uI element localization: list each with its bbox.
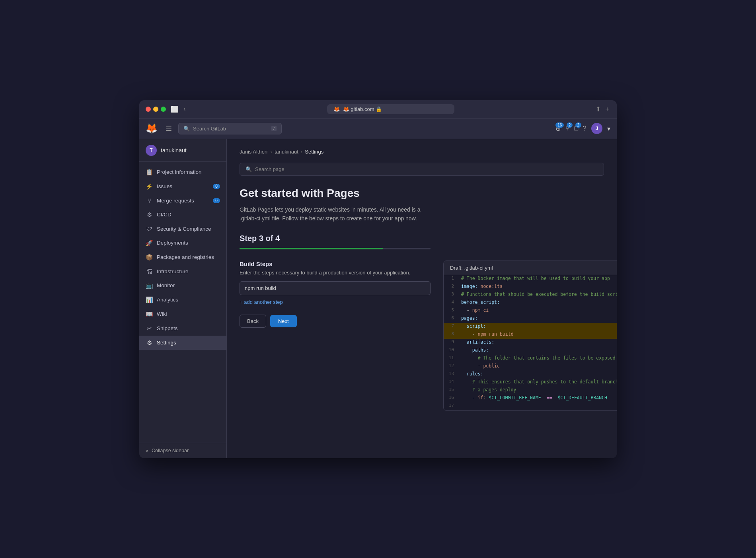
avatar[interactable]: J xyxy=(591,123,602,134)
sidebar-item-label: Wiki xyxy=(157,311,167,317)
code-line: 10 paths: xyxy=(444,347,617,355)
main-content: T tanukinaut 📋 Project information ⚡ Iss… xyxy=(139,139,617,458)
collapse-sidebar-button[interactable]: « Collapse sidebar xyxy=(139,443,226,458)
url-text: 🦊 gitlab.com 🔒 xyxy=(343,106,382,112)
sidebar-item-monitor[interactable]: 📺 Monitor xyxy=(139,278,226,293)
code-line: 17 xyxy=(444,402,617,410)
back-icon[interactable]: ‹ xyxy=(183,105,185,113)
line-content: rules: xyxy=(458,371,486,377)
help-icon[interactable]: ? xyxy=(583,125,586,132)
sidebar-item-infrastructure[interactable]: 🏗 Infrastructure xyxy=(139,264,226,278)
line-content xyxy=(458,402,464,403)
build-steps-desc: Enter the steps necessary to build a pro… xyxy=(240,270,431,276)
snippets-icon: ✂ xyxy=(146,325,153,332)
sidebar-item-deployments[interactable]: 🚀 Deployments xyxy=(139,236,226,250)
line-number: 9 xyxy=(444,339,458,345)
packages-icon: 📦 xyxy=(146,254,153,261)
line-content: # Functions that should be executed befo… xyxy=(458,291,617,297)
sidebar-item-project-information[interactable]: 📋 Project information xyxy=(139,165,226,179)
line-content: # a pages deploy xyxy=(458,387,519,393)
build-steps-section: Build Steps Enter the steps necessary to… xyxy=(240,261,431,328)
new-tab-icon[interactable]: ＋ xyxy=(604,105,610,113)
sidebar-item-merge-requests[interactable]: ⑂ Merge requests 0 xyxy=(139,194,226,208)
sidebar-item-wiki[interactable]: 📖 Wiki xyxy=(139,307,226,321)
line-number: 10 xyxy=(444,347,458,353)
add-step-link[interactable]: + add another step xyxy=(240,299,431,305)
line-number: 8 xyxy=(444,331,458,337)
code-line: 8 - npm run build xyxy=(444,331,617,339)
search-page-bar[interactable]: 🔍 Search page xyxy=(240,163,604,176)
code-panel-header: Draft: .gitlab-ci.yml xyxy=(444,261,617,275)
line-number: 12 xyxy=(444,363,458,369)
main-window: ⬜ ‹ 🦊 🦊 gitlab.com 🔒 ⬆ ＋ 🦊 ☰ 🔍 Search Gi… xyxy=(139,100,617,458)
line-number: 5 xyxy=(444,307,458,313)
wiki-icon: 📖 xyxy=(146,311,153,318)
search-bar[interactable]: 🔍 Search GitLab / xyxy=(178,123,282,134)
app-layout: 🦊 ☰ 🔍 Search GitLab / ⊕ 16 ⑂ 2 □ xyxy=(139,119,617,458)
page-content: Janis Altherr › tanukinaut › Settings 🔍 … xyxy=(227,139,617,458)
sidebar-item-label: Deployments xyxy=(157,240,188,246)
security-icon: 🛡 xyxy=(146,226,153,232)
sidebar-item-analytics[interactable]: 📊 Analytics xyxy=(139,293,226,307)
sidebar-item-label: Issues xyxy=(157,183,172,189)
sidebar-item-cicd[interactable]: ⚙ CI/CD xyxy=(139,208,226,222)
sidebar-user: T tanukinaut xyxy=(139,139,226,162)
sidebar-user-avatar: T xyxy=(146,145,157,156)
line-content: pages: xyxy=(458,315,481,321)
sidebar-nav: 📋 Project information ⚡ Issues 0 ⑂ Merge… xyxy=(139,162,226,443)
close-button[interactable] xyxy=(146,107,151,112)
sidebar-item-issues[interactable]: ⚡ Issues 0 xyxy=(139,179,226,194)
sidebar-item-label: Snippets xyxy=(157,325,178,331)
code-line: 12 - public xyxy=(444,363,617,371)
sidebar-item-label: Monitor xyxy=(157,282,175,288)
progress-bar xyxy=(240,248,431,249)
gitlab-logo-icon: 🦊 xyxy=(146,123,158,134)
build-steps-input[interactable] xyxy=(240,281,431,295)
updates-count: 16 xyxy=(555,122,564,128)
sidebar-item-label: Security & Compliance xyxy=(157,226,211,232)
titlebar-center: 🦊 🦊 gitlab.com 🔒 xyxy=(190,104,591,114)
code-line: 1# The Docker image that will be used to… xyxy=(444,275,617,283)
collapse-icon: « xyxy=(146,448,148,453)
minimize-button[interactable] xyxy=(153,107,158,112)
sidebar-toggle-icon[interactable]: ⬜ xyxy=(171,105,179,113)
button-row: Back Next xyxy=(240,315,431,328)
line-number: 1 xyxy=(444,275,458,281)
sidebar-item-settings[interactable]: ⚙ Settings xyxy=(139,336,226,350)
collapse-label: Collapse sidebar xyxy=(152,448,189,453)
code-line: 7 script: xyxy=(444,323,617,331)
line-number: 4 xyxy=(444,299,458,305)
deployments-icon: 🚀 xyxy=(146,239,153,247)
next-button[interactable]: Next xyxy=(270,315,297,327)
code-line: 2image: node:lts xyxy=(444,283,617,291)
line-content: image: node:lts xyxy=(458,283,506,290)
titlebar: ⬜ ‹ 🦊 🦊 gitlab.com 🔒 ⬆ ＋ xyxy=(139,100,617,119)
line-number: 6 xyxy=(444,315,458,321)
code-line: 13 rules: xyxy=(444,371,617,379)
back-button[interactable]: Back xyxy=(240,315,266,328)
monitor-icon: 📺 xyxy=(146,282,153,289)
sidebar-item-snippets[interactable]: ✂ Snippets xyxy=(139,321,226,336)
line-number: 3 xyxy=(444,291,458,297)
code-line: 11 # The folder that contains the files … xyxy=(444,355,617,363)
sidebar-item-security-compliance[interactable]: 🛡 Security & Compliance xyxy=(139,222,226,236)
step-left: Build Steps Enter the steps necessary to… xyxy=(240,261,431,328)
search-page-placeholder: Search page xyxy=(255,166,284,172)
share-icon[interactable]: ⬆ xyxy=(596,105,601,113)
issues-sidebar-icon: ⚡ xyxy=(146,183,153,190)
breadcrumb-tanukinaut[interactable]: tanukinaut xyxy=(275,149,298,155)
mr-badge-container: ⑂ 2 xyxy=(565,125,569,132)
avatar-chevron-icon[interactable]: ▾ xyxy=(607,125,610,132)
traffic-lights xyxy=(146,107,166,112)
sidebar-item-packages-registries[interactable]: 📦 Packages and registries xyxy=(139,250,226,264)
page-title: Get started with Pages xyxy=(240,187,604,200)
issues-sidebar-badge: 0 xyxy=(213,184,220,189)
code-line: 16 - if: $CI_COMMIT_REF_NAME == $CI_DEFA… xyxy=(444,395,617,402)
hamburger-button[interactable]: ☰ xyxy=(164,122,173,134)
mr-count: 2 xyxy=(567,122,573,128)
maximize-button[interactable] xyxy=(161,107,166,112)
line-content: script: xyxy=(458,323,489,329)
breadcrumb-janis[interactable]: Janis Altherr xyxy=(240,149,268,155)
url-bar[interactable]: 🦊 🦊 gitlab.com 🔒 xyxy=(327,104,454,114)
search-icon: 🔍 xyxy=(183,126,190,132)
